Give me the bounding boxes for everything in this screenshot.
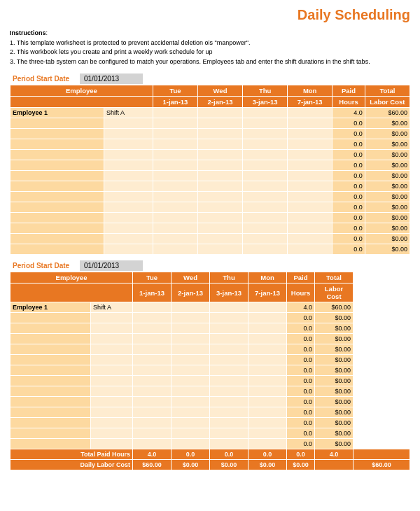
- wed-cell[interactable]: [172, 428, 210, 439]
- wed-cell[interactable]: [197, 129, 242, 139]
- thu-cell[interactable]: [210, 376, 248, 386]
- tue-cell[interactable]: [153, 160, 197, 171]
- thu-cell[interactable]: [210, 323, 248, 334]
- wed-cell[interactable]: [197, 213, 242, 223]
- shift-cell[interactable]: Shift A: [91, 302, 133, 313]
- thu-cell[interactable]: [210, 407, 248, 418]
- mon-cell[interactable]: [288, 118, 332, 129]
- wed-cell[interactable]: [197, 150, 242, 160]
- thu-cell[interactable]: [243, 108, 288, 118]
- mon-cell[interactable]: [248, 334, 287, 344]
- tue-cell[interactable]: [133, 302, 172, 313]
- period-start-date-value[interactable]: 01/01/2013: [80, 74, 143, 84]
- mon-cell[interactable]: [288, 139, 332, 150]
- wed-cell[interactable]: [172, 323, 210, 334]
- mon-cell[interactable]: [288, 223, 332, 234]
- tue-cell[interactable]: [133, 439, 172, 449]
- employee-name-cell[interactable]: Employee 1: [10, 108, 104, 118]
- mon-cell[interactable]: [248, 344, 287, 355]
- thu-cell[interactable]: [243, 244, 288, 255]
- thu-cell[interactable]: [243, 150, 288, 160]
- thu-cell[interactable]: [210, 365, 248, 376]
- thu-cell[interactable]: [210, 334, 248, 344]
- wed-cell[interactable]: [172, 376, 210, 386]
- mon-cell[interactable]: [248, 313, 287, 323]
- thu-cell[interactable]: [243, 171, 288, 181]
- tue-cell[interactable]: [133, 407, 172, 418]
- wed-cell[interactable]: [172, 397, 210, 407]
- wed-cell[interactable]: [172, 386, 210, 397]
- mon-cell[interactable]: [248, 323, 287, 334]
- tue-cell[interactable]: [133, 428, 172, 439]
- tue-cell[interactable]: [153, 202, 197, 213]
- wed-cell[interactable]: [172, 407, 210, 418]
- mon-cell[interactable]: [288, 171, 332, 181]
- thu-cell[interactable]: [210, 302, 248, 313]
- tue-cell[interactable]: [133, 418, 172, 428]
- thu-cell[interactable]: [210, 355, 248, 365]
- tue-cell[interactable]: [153, 129, 197, 139]
- wed-cell[interactable]: [197, 139, 242, 150]
- wed-cell[interactable]: [197, 244, 242, 255]
- mon-cell[interactable]: [288, 150, 332, 160]
- thu-cell[interactable]: [210, 439, 248, 449]
- mon-cell[interactable]: [248, 355, 287, 365]
- wed-cell[interactable]: [172, 355, 210, 365]
- wed-cell[interactable]: [197, 202, 242, 213]
- mon-cell[interactable]: [288, 160, 332, 171]
- tue-cell[interactable]: [153, 192, 197, 202]
- mon-cell[interactable]: [288, 108, 332, 118]
- tue-cell[interactable]: [133, 397, 172, 407]
- thu-cell[interactable]: [243, 129, 288, 139]
- mon-cell[interactable]: [248, 418, 287, 428]
- mon-cell[interactable]: [248, 376, 287, 386]
- mon-cell[interactable]: [248, 397, 287, 407]
- thu-cell[interactable]: [210, 386, 248, 397]
- tue-cell[interactable]: [133, 323, 172, 334]
- mon-cell[interactable]: [288, 244, 332, 255]
- mon-cell[interactable]: [288, 202, 332, 213]
- thu-cell[interactable]: [243, 213, 288, 223]
- tue-cell[interactable]: [153, 108, 197, 118]
- tue-cell[interactable]: [153, 171, 197, 181]
- mon-cell[interactable]: [248, 365, 287, 376]
- mon-cell[interactable]: [248, 428, 287, 439]
- mon-cell[interactable]: [288, 129, 332, 139]
- wed-cell[interactable]: [197, 118, 242, 129]
- thu-cell[interactable]: [243, 234, 288, 244]
- tue-cell[interactable]: [153, 234, 197, 244]
- wed-cell[interactable]: [172, 439, 210, 449]
- tue-cell[interactable]: [133, 355, 172, 365]
- tue-cell[interactable]: [153, 244, 197, 255]
- thu-cell[interactable]: [210, 418, 248, 428]
- tue-cell[interactable]: [133, 313, 172, 323]
- thu-cell[interactable]: [243, 202, 288, 213]
- mon-cell[interactable]: [248, 386, 287, 397]
- tue-cell[interactable]: [153, 223, 197, 234]
- tue-cell[interactable]: [153, 118, 197, 129]
- wed-cell[interactable]: [197, 223, 242, 234]
- employee-name-cell[interactable]: Employee 1: [10, 302, 91, 313]
- wed-cell[interactable]: [197, 181, 242, 192]
- tue-cell[interactable]: [153, 213, 197, 223]
- period-start-date-value[interactable]: 01/01/2013: [80, 260, 143, 271]
- thu-cell[interactable]: [210, 428, 248, 439]
- thu-cell[interactable]: [243, 118, 288, 129]
- thu-cell[interactable]: [243, 160, 288, 171]
- wed-cell[interactable]: [172, 302, 210, 313]
- thu-cell[interactable]: [243, 223, 288, 234]
- mon-cell[interactable]: [248, 407, 287, 418]
- wed-cell[interactable]: [197, 234, 242, 244]
- mon-cell[interactable]: [288, 234, 332, 244]
- mon-cell[interactable]: [248, 302, 287, 313]
- mon-cell[interactable]: [288, 213, 332, 223]
- wed-cell[interactable]: [197, 192, 242, 202]
- tue-cell[interactable]: [153, 150, 197, 160]
- wed-cell[interactable]: [172, 365, 210, 376]
- thu-cell[interactable]: [243, 181, 288, 192]
- tue-cell[interactable]: [133, 386, 172, 397]
- shift-cell[interactable]: Shift A: [104, 108, 153, 118]
- thu-cell[interactable]: [210, 313, 248, 323]
- wed-cell[interactable]: [172, 334, 210, 344]
- wed-cell[interactable]: [172, 313, 210, 323]
